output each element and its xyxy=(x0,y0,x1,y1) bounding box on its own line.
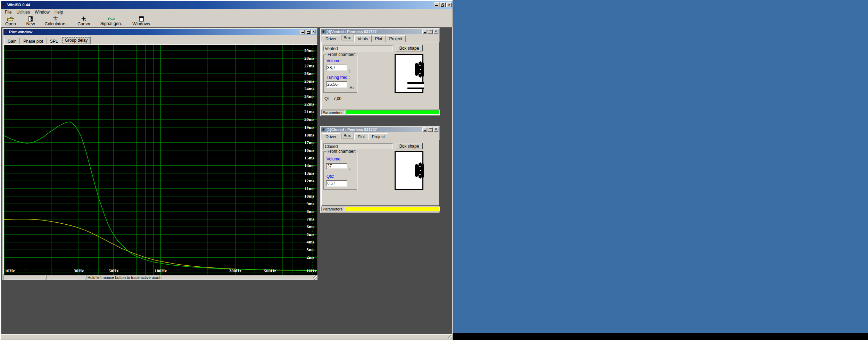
svg-text:500Hz: 500Hz xyxy=(264,268,276,273)
windows-button[interactable]: Windows xyxy=(130,15,152,27)
vented-close-button[interactable]: × xyxy=(433,30,438,34)
vented-tab-plot[interactable]: Plot xyxy=(372,35,386,42)
vented-parameters-bar xyxy=(346,110,440,115)
svg-text:26ms: 26ms xyxy=(304,71,314,76)
signal-generator-icon xyxy=(108,17,115,21)
plot-status-panel-2 xyxy=(46,275,85,280)
mdi-area: Plot window × GainPhase plotSPLGroup del… xyxy=(1,27,453,334)
plot-close-button[interactable]: × xyxy=(311,30,316,34)
svg-text:19ms: 19ms xyxy=(304,125,314,130)
open-folder-icon xyxy=(7,16,14,22)
app-title: WinISD 0.44 xyxy=(7,3,30,7)
svg-text:24ms: 24ms xyxy=(304,86,314,91)
svg-text:12ms: 12ms xyxy=(304,178,314,183)
menu-file[interactable]: File xyxy=(2,9,14,15)
new-document-icon xyxy=(28,16,33,22)
vented-box-type-field[interactable]: Vented xyxy=(323,45,393,51)
closed-front-chamber-group: Front chamber: Volume: l Qtc: xyxy=(323,151,357,190)
vented-tab-box[interactable]: Box xyxy=(340,34,354,42)
closed-volume-input[interactable] xyxy=(326,163,347,169)
menu-help[interactable]: Help xyxy=(52,9,66,15)
volume-unit: l xyxy=(349,167,350,172)
tuning-freq-unit: Hz xyxy=(349,85,355,90)
plot-tab-spl[interactable]: SPL xyxy=(47,38,61,44)
plot-status-hint: Hold left mouse button to trace active g… xyxy=(86,275,317,280)
port-icon xyxy=(407,82,424,89)
closed-box-shape-diagram xyxy=(395,151,424,190)
closed-maximize-button[interactable] xyxy=(428,127,433,132)
vented-statusbar: Parameters xyxy=(321,110,440,115)
app-statusbar xyxy=(1,334,453,340)
svg-text:4ms: 4ms xyxy=(307,239,314,244)
plot-resize-grip[interactable] xyxy=(313,275,317,280)
closed-tab-plot[interactable]: Plot xyxy=(354,133,369,140)
plot-minimize-button[interactable] xyxy=(300,30,305,34)
front-chamber-label: Front chamber: xyxy=(326,52,357,57)
svg-text:100Hz: 100Hz xyxy=(155,268,167,273)
open-button[interactable]: Open xyxy=(3,15,18,27)
closed-tab-driver[interactable]: Driver xyxy=(322,133,340,140)
calculators-button[interactable]: Calculators xyxy=(43,15,69,27)
qtc-input xyxy=(326,180,347,186)
volume-label: Volume: xyxy=(326,58,341,63)
svg-text:11ms: 11ms xyxy=(305,186,314,191)
closed-tabs: DriverBoxPlotProject xyxy=(321,133,439,140)
svg-text:14ms: 14ms xyxy=(304,163,314,168)
app-close-button[interactable]: × xyxy=(446,2,452,7)
app-window: WinISD 0.44 × File Utilities Window Help… xyxy=(0,0,453,340)
closed-minimize-button[interactable] xyxy=(422,127,427,132)
svg-text:22ms: 22ms xyxy=(304,101,314,107)
plot-tab-group-delay[interactable]: Group delay xyxy=(61,36,91,44)
closed-tab-project[interactable]: Project xyxy=(368,133,388,140)
app-restore-button[interactable] xyxy=(440,2,446,7)
minimize-icon xyxy=(435,5,438,6)
vented-maximize-button[interactable] xyxy=(428,30,433,34)
svg-text:5ms: 5ms xyxy=(307,232,314,237)
close-icon: × xyxy=(448,3,450,7)
plot-tab-phase-plot[interactable]: Phase plot xyxy=(20,38,47,44)
svg-text:23ms: 23ms xyxy=(304,94,314,99)
svg-text:8ms: 8ms xyxy=(307,209,314,214)
plot-window-titlebar[interactable]: Plot window × xyxy=(3,29,317,35)
signal-gen-button[interactable]: Signal gen. xyxy=(98,15,124,27)
app-icon xyxy=(2,3,6,7)
front-chamber-label: Front chamber: xyxy=(326,149,357,154)
closed-titlebar[interactable]: [1]Closed : Peerless 831727 × xyxy=(321,127,439,132)
svg-text:20ms: 20ms xyxy=(304,117,314,122)
closed-box-type-field[interactable]: Closed xyxy=(323,143,393,149)
vented-tab-vents[interactable]: Vents xyxy=(354,35,372,42)
vented-front-chamber-group: Front chamber: Volume: l Tuning freq.: H… xyxy=(323,55,357,93)
vented-tab-driver[interactable]: Driver xyxy=(322,35,340,42)
vented-minimize-button[interactable] xyxy=(422,30,427,34)
svg-text:10ms: 10ms xyxy=(304,193,314,199)
plot-status-panel-1 xyxy=(3,275,45,280)
vented-titlebar[interactable]: [4]Vented : Peerless 831727 × xyxy=(321,29,439,34)
closed-window: [1]Closed : Peerless 831727 × DriverBoxP… xyxy=(320,126,440,213)
svg-text:16ms: 16ms xyxy=(304,148,314,153)
svg-text:10Hz: 10Hz xyxy=(5,268,15,273)
closed-box-shape-button[interactable]: Box shape xyxy=(396,143,423,149)
minimize-icon xyxy=(301,32,304,33)
closed-window-icon xyxy=(322,128,325,131)
qtc-label: Qtc: xyxy=(326,174,334,179)
cursor-button[interactable]: Cursor xyxy=(75,15,93,27)
svg-text:25ms: 25ms xyxy=(304,78,314,84)
svg-text:29ms: 29ms xyxy=(304,48,314,53)
screen: WinISD 0.44 × File Utilities Window Help… xyxy=(0,0,868,340)
plot-maximize-button[interactable] xyxy=(306,30,311,34)
app-titlebar[interactable]: WinISD 0.44 × xyxy=(1,1,453,9)
menu-utilities[interactable]: Utilities xyxy=(14,9,32,15)
svg-text:50Hz: 50Hz xyxy=(108,268,118,273)
volume-input[interactable] xyxy=(326,65,347,71)
app-minimize-button[interactable] xyxy=(434,2,439,7)
menu-window[interactable]: Window xyxy=(32,9,52,15)
closed-close-button[interactable]: × xyxy=(433,127,438,132)
closed-tab-box[interactable]: Box xyxy=(340,132,354,140)
group-delay-plot[interactable]: 2ms3ms4ms5ms6ms7ms8ms9ms10ms11ms12ms13ms… xyxy=(4,45,317,275)
tuning-freq-input[interactable] xyxy=(326,81,347,88)
vented-box-shape-button[interactable]: Box shape xyxy=(396,45,423,51)
new-button[interactable]: New xyxy=(24,15,37,27)
vented-tab-project[interactable]: Project xyxy=(386,35,405,42)
plot-tab-gain[interactable]: Gain xyxy=(4,38,20,44)
app-resize-grip[interactable] xyxy=(448,335,452,339)
